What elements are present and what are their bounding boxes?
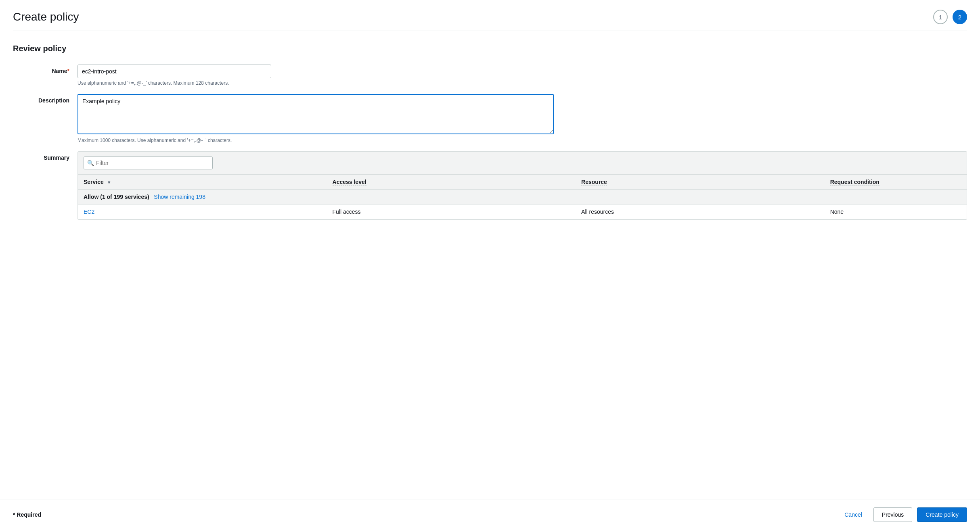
summary-label: Summary [13,151,77,161]
step-1-indicator[interactable]: 1 [933,10,948,24]
step-2-indicator[interactable]: 2 [953,10,967,24]
resource-cell: All resources [576,204,825,219]
section-title: Review policy [13,44,967,53]
main-content: Review policy Name* Use alphanumeric and… [0,31,980,499]
filter-row: 🔍 [78,152,967,175]
allow-row: Allow (1 of 199 services) Show remaining… [78,190,967,204]
cancel-button[interactable]: Cancel [838,508,869,521]
name-hint: Use alphanumeric and '+=,.@-_' character… [77,80,554,86]
footer-actions: Cancel Previous Create policy [838,507,967,522]
name-row: Name* Use alphanumeric and '+=,.@-_' cha… [13,65,967,86]
description-label: Description [13,94,77,104]
th-resource: Resource [576,175,825,190]
table-header-row: Service ▼ Access level Resource Request … [78,175,967,190]
step-indicators: 1 2 [933,10,967,24]
required-label: * Required [13,511,41,518]
th-service: Service ▼ [78,175,327,190]
ec2-link[interactable]: EC2 [84,209,94,215]
filter-wrapper: 🔍 [84,156,213,169]
description-field-container: Example policy Maximum 1000 characters. … [77,94,554,143]
th-access-level: Access level [327,175,576,190]
service-cell: EC2 [78,204,327,219]
previous-button[interactable]: Previous [873,507,912,522]
th-request-condition: Request condition [825,175,967,190]
name-field-container: Use alphanumeric and '+=,.@-_' character… [77,65,554,86]
create-policy-button[interactable]: Create policy [917,507,967,522]
description-row: Description Example policy Maximum 1000 … [13,94,967,143]
summary-table: Service ▼ Access level Resource Request … [78,175,967,219]
summary-row: Summary 🔍 Service ▼ [13,151,967,220]
access-level-cell: Full access [327,204,576,219]
form-section: Name* Use alphanumeric and '+=,.@-_' cha… [13,65,967,228]
page-footer: * Required Cancel Previous Create policy [0,499,980,530]
show-remaining-link[interactable]: Show remaining 198 [154,194,205,200]
summary-container: 🔍 Service ▼ Access level [77,151,967,220]
description-textarea[interactable]: Example policy [77,94,554,134]
description-hint: Maximum 1000 characters. Use alphanumeri… [77,138,554,143]
filter-input[interactable] [84,156,213,169]
sort-icon[interactable]: ▼ [107,180,111,185]
page-header: Create policy 1 2 [0,0,980,31]
required-marker: * [67,68,69,74]
page-title: Create policy [13,10,79,23]
name-label: Name* [13,65,77,74]
table-row: EC2 Full access All resources None [78,204,967,219]
name-input[interactable] [77,65,271,78]
allow-cell: Allow (1 of 199 services) Show remaining… [78,190,967,204]
request-condition-cell: None [825,204,967,219]
